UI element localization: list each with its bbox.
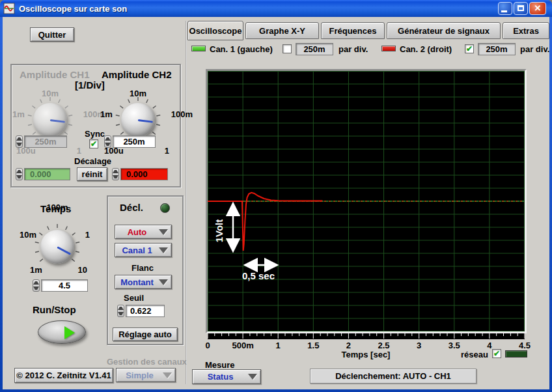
dropdown-arrow-icon [163,372,172,378]
knob-scale-label: 10 [78,265,87,275]
x-tick-label: 3.5 [448,341,460,350]
close-button[interactable]: ✕ [529,2,546,15]
spinner-down-icon[interactable] [113,175,118,180]
tab-extras[interactable]: Extras [503,22,549,39]
auto-setup-label: Réglage auto [118,329,172,339]
amplitude-ch1-value[interactable]: 250m [24,135,67,148]
time-knob[interactable]: 100m 10m 1 1m 10 [23,213,91,281]
offset-title: Décalage [74,156,111,166]
dropdown-arrow-icon [159,229,168,235]
reseau-checkbox[interactable]: ✔ [492,349,501,358]
spinner-up-icon[interactable] [16,169,22,175]
time-spinner[interactable] [33,279,40,292]
width-annotation: 0,5 sec [242,270,275,281]
knob-dial[interactable] [33,103,67,137]
time-value-text: 4.5 [59,281,70,290]
trigger-group: Décl. Auto Canal 1 Flanc Montant Seuil 0… [107,195,184,345]
offset-ch1-value[interactable]: 0.000 [24,168,70,180]
knob-scale-label: 1m [12,109,25,119]
app-window: Oscilloscope sur carte son ✕ Quitter Amp… [0,0,552,392]
tab-generateur[interactable]: Générateur de signaux [387,22,501,39]
maximize-icon [518,5,524,11]
spinner-down-icon[interactable] [33,286,39,292]
measure-dropdown[interactable]: Status [192,369,261,384]
sync-checkbox[interactable]: ✔ [89,139,98,148]
trigger-mode-value: Auto [115,227,159,237]
spinner-down-icon[interactable] [105,142,111,148]
time-value[interactable]: 4.5 [41,279,88,292]
x-axis-ticks [208,333,525,339]
spinner-up-icon[interactable] [33,280,39,286]
auto-setup-button[interactable]: Réglage auto [113,328,178,341]
spinner-up-icon[interactable] [118,305,124,311]
x-tick-label: 4.5 [519,341,531,350]
channel1-color-swatch [191,46,206,51]
tab-oscilloscope[interactable]: Oscilloscope [187,21,243,40]
amplitude-group: Amplitude CH1 Amplitude CH2 [1/Div] 10m … [10,64,181,188]
client-area: Quitter Amplitude CH1 Amplitude CH2 [1/D… [3,17,549,389]
title-bar[interactable]: Oscilloscope sur carte son ✕ [0,0,552,17]
channel1-scale-field[interactable]: 250m [296,43,333,55]
spinner-down-icon[interactable] [16,142,22,148]
knob-scale-label: 1m [30,265,42,275]
threshold-value-text: 0.622 [130,306,152,316]
channels-title: Gestion des canaux [107,357,187,367]
knob-dial[interactable] [40,230,74,264]
amplitude-ch2-value[interactable]: 250m [113,135,156,148]
minimize-icon [501,10,507,12]
channels-mode-dropdown[interactable]: Simple [116,368,176,382]
spinner-up-icon[interactable] [113,169,118,175]
x-tick-label: 1.5 [307,341,319,350]
channel2-color-swatch [381,46,396,51]
tab-graphe-xy[interactable]: Graphe X-Y [245,22,319,39]
offset-ch2-value-text: 0.000 [126,169,148,179]
tab-label: Graphe X-Y [259,26,305,36]
spinner-up-icon[interactable] [105,136,111,142]
knob-dial[interactable] [121,103,155,137]
trigger-mode-dropdown[interactable]: Auto [115,225,172,239]
tab-label: Fréquences [329,26,377,36]
maximize-button[interactable] [514,2,528,15]
threshold-spinner[interactable] [117,305,124,317]
run-stop-button[interactable] [38,320,86,344]
amplitude-ch2-value-text: 250m [123,137,145,147]
trigger-source-dropdown[interactable]: Canal 1 [115,243,172,257]
tab-label: Générateur de signaux [398,26,490,36]
spinner-down-icon[interactable] [118,311,124,317]
quit-button[interactable]: Quitter [30,27,74,42]
copyright-text: © 2012 C. Zeitnitz V1.41 [16,371,111,380]
knob-scale-label: 10m [42,89,59,98]
copyright-box: © 2012 C. Zeitnitz V1.41 [14,368,113,383]
trigger-edge-dropdown[interactable]: Montant [115,275,172,289]
amplitude-ch1-spinner[interactable] [16,135,23,148]
offset-ch2-value[interactable]: 0.000 [120,168,168,180]
edge-title: Flanc [131,263,154,273]
channel2-label: Can. 2 (droit) [400,44,452,54]
x-tick-label: 3 [417,341,421,350]
tab-frequences[interactable]: Fréquences [321,22,385,39]
channel2-enable-checkbox[interactable]: ✔ [465,44,474,53]
channel1-enable-checkbox[interactable] [283,44,292,53]
threshold-value[interactable]: 0.622 [126,305,165,317]
amplitude-annotation: 1Volt [210,204,229,257]
amplitude-ch2-title: Amplitude CH2 [102,69,172,80]
check-icon: ✔ [90,140,97,148]
panel-divider [186,21,187,384]
reseau-indicator-icon [505,350,527,357]
amplitude-ch1-title: Amplitude CH1 [20,69,90,80]
amplitude-ch2-spinner[interactable] [104,135,111,148]
channel1-label: Can. 1 (gauche) [210,44,273,54]
offset-reset-button[interactable]: réinit [77,167,107,181]
offset-ch1-spinner[interactable] [16,168,23,180]
measure-title: Mesure [205,360,235,370]
knob-pointer [50,119,65,123]
dropdown-arrow-icon [159,279,168,285]
minimize-button[interactable] [498,2,512,15]
channel1-scale-text: 250m [303,44,325,54]
waveform-plot[interactable] [208,71,525,331]
channel2-scale-field[interactable]: 250m [478,43,516,55]
spinner-up-icon[interactable] [16,136,22,142]
offset-ch2-spinner[interactable] [112,168,119,180]
spinner-down-icon[interactable] [16,175,22,180]
trigger-led-icon [160,203,170,213]
